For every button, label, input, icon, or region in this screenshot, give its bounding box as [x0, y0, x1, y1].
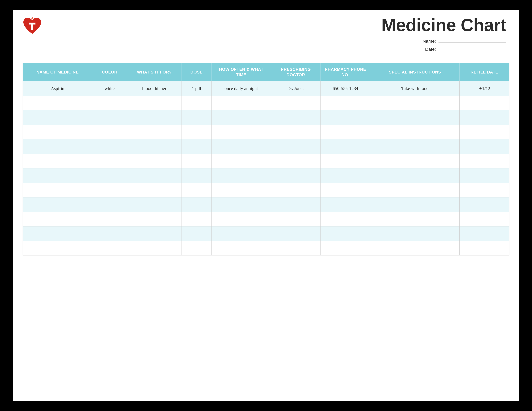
cell-prescribing: [271, 168, 321, 183]
cell-dose: [181, 241, 211, 255]
cell-color: [92, 212, 127, 226]
cell-name: [23, 168, 92, 183]
cell-name: [23, 154, 92, 168]
cell-how: [211, 212, 271, 226]
cell-prescribing: Dr. Jones: [271, 81, 321, 96]
cell-special: [370, 241, 460, 255]
cell-color: white: [92, 81, 127, 96]
cell-name: [23, 226, 92, 241]
header-row: NAME OF MEDICINE COLOR WHAT'S IT FOR? DO…: [23, 63, 509, 81]
cell-name: [23, 110, 92, 125]
cell-dose: [181, 110, 211, 125]
cell-special: [370, 110, 460, 125]
cell-special: [370, 226, 460, 241]
cell-color: [92, 125, 127, 139]
table-row: [23, 139, 509, 154]
cell-color: [92, 139, 127, 154]
cell-dose: 1 pill: [181, 81, 211, 96]
cell-name: [23, 212, 92, 226]
title-area: Medicine Chart Name: Date:: [42, 16, 509, 55]
logo-area: [23, 16, 42, 37]
cell-dose: [181, 212, 211, 226]
cell-dose: [181, 154, 211, 168]
cell-how: [211, 168, 271, 183]
cell-pharmacy: [321, 241, 370, 255]
cell-prescribing: [271, 110, 321, 125]
cell-name: [23, 139, 92, 154]
cell-prescribing: [271, 197, 321, 212]
cell-refill: [460, 241, 509, 255]
cell-special: [370, 183, 460, 197]
cell-whats: [127, 125, 182, 139]
table-row: [23, 212, 509, 226]
cell-whats: blood thinner: [127, 81, 182, 96]
cell-refill: [460, 110, 509, 125]
table-body: Aspirinwhiteblood thinner1 pillonce dail…: [23, 81, 509, 255]
cell-refill: [460, 154, 509, 168]
cell-how: [211, 154, 271, 168]
cell-dose: [181, 125, 211, 139]
col-header-refill: REFILL DATE: [460, 63, 509, 81]
cell-dose: [181, 168, 211, 183]
cell-pharmacy: [321, 183, 370, 197]
cell-refill: [460, 139, 509, 154]
header: Medicine Chart Name: Date:: [13, 10, 519, 60]
cell-pharmacy: [321, 139, 370, 154]
cell-special: [370, 125, 460, 139]
cell-refill: [460, 96, 509, 110]
cell-pharmacy: [321, 110, 370, 125]
col-header-pharmacy: PHARMACY PHONE NO.: [321, 63, 370, 81]
cell-whats: [127, 241, 182, 255]
cell-how: [211, 241, 271, 255]
cell-prescribing: [271, 183, 321, 197]
cell-pharmacy: [321, 226, 370, 241]
col-header-name: NAME OF MEDICINE: [23, 63, 92, 81]
date-field-row: Date:: [42, 47, 506, 52]
cell-prescribing: [271, 226, 321, 241]
cell-color: [92, 96, 127, 110]
cell-color: [92, 110, 127, 125]
cell-how: [211, 110, 271, 125]
col-header-color: COLOR: [92, 63, 127, 81]
cell-how: [211, 139, 271, 154]
cell-name: [23, 241, 92, 255]
cell-prescribing: [271, 96, 321, 110]
cell-color: [92, 168, 127, 183]
cell-special: [370, 212, 460, 226]
cell-dose: [181, 197, 211, 212]
cell-refill: [460, 168, 509, 183]
table-row: [23, 110, 509, 125]
cell-pharmacy: [321, 168, 370, 183]
page-title: Medicine Chart: [42, 16, 506, 34]
svg-rect-1: [29, 23, 36, 25]
cell-whats: [127, 183, 182, 197]
cell-how: [211, 226, 271, 241]
cell-whats: [127, 139, 182, 154]
cell-special: [370, 168, 460, 183]
name-label: Name:: [423, 39, 436, 44]
table-row: [23, 197, 509, 212]
form-fields: Name: Date:: [42, 39, 506, 52]
cell-name: [23, 96, 92, 110]
cell-name: [23, 125, 92, 139]
table-row: Aspirinwhiteblood thinner1 pillonce dail…: [23, 81, 509, 96]
cell-prescribing: [271, 241, 321, 255]
table-row: [23, 183, 509, 197]
name-field-row: Name:: [42, 39, 506, 44]
table-row: [23, 226, 509, 241]
cell-pharmacy: [321, 125, 370, 139]
cell-special: [370, 96, 460, 110]
cell-color: [92, 226, 127, 241]
cell-whats: [127, 226, 182, 241]
col-header-prescribing: PRESCRIBING DOCTOR: [271, 63, 321, 81]
table-container: NAME OF MEDICINE COLOR WHAT'S IT FOR? DO…: [23, 63, 509, 255]
cell-pharmacy: 650-555-1234: [321, 81, 370, 96]
cell-dose: [181, 96, 211, 110]
cell-how: once daily at night: [211, 81, 271, 96]
table-row: [23, 125, 509, 139]
cell-refill: [460, 212, 509, 226]
cell-whats: [127, 110, 182, 125]
cell-special: Take with food: [370, 81, 460, 96]
name-underline: [438, 40, 506, 43]
cell-whats: [127, 96, 182, 110]
